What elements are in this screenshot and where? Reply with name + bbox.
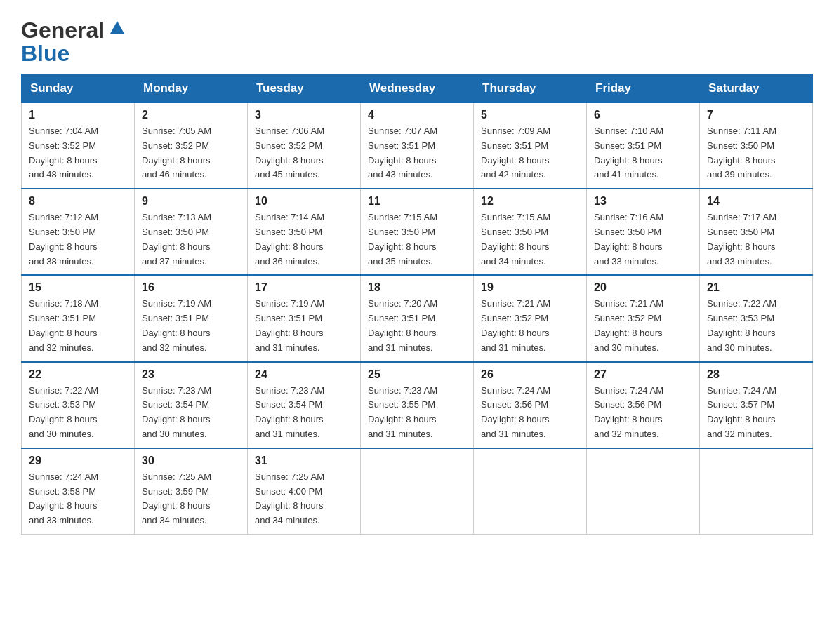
day-info: Sunrise: 7:21 AM Sunset: 3:52 PM Dayligh… — [481, 297, 579, 355]
page-header: General Blue — [21, 14, 813, 67]
calendar-day-cell: 1 Sunrise: 7:04 AM Sunset: 3:52 PM Dayli… — [22, 103, 135, 189]
day-info: Sunrise: 7:15 AM Sunset: 3:50 PM Dayligh… — [368, 210, 466, 269]
calendar-day-cell: 17 Sunrise: 7:19 AM Sunset: 3:51 PM Dayl… — [248, 275, 361, 361]
day-info: Sunrise: 7:09 AM Sunset: 3:51 PM Dayligh… — [481, 124, 579, 182]
day-of-week-header: Thursday — [474, 74, 587, 103]
day-info: Sunrise: 7:15 AM Sunset: 3:50 PM Dayligh… — [481, 210, 579, 269]
day-number: 21 — [707, 281, 805, 294]
day-info: Sunrise: 7:14 AM Sunset: 3:50 PM Dayligh… — [255, 210, 353, 269]
day-number: 27 — [594, 368, 692, 381]
day-number: 9 — [142, 195, 240, 208]
calendar-day-cell: 7 Sunrise: 7:11 AM Sunset: 3:50 PM Dayli… — [700, 103, 813, 189]
day-info: Sunrise: 7:12 AM Sunset: 3:50 PM Dayligh… — [29, 210, 127, 269]
calendar-day-cell: 15 Sunrise: 7:18 AM Sunset: 3:51 PM Dayl… — [22, 275, 135, 361]
calendar-day-cell: 27 Sunrise: 7:24 AM Sunset: 3:56 PM Dayl… — [587, 362, 700, 448]
calendar-day-cell: 25 Sunrise: 7:23 AM Sunset: 3:55 PM Dayl… — [361, 362, 474, 448]
day-info: Sunrise: 7:22 AM Sunset: 3:53 PM Dayligh… — [29, 384, 127, 442]
day-number: 2 — [142, 109, 240, 121]
day-number: 3 — [255, 109, 353, 121]
calendar-week-row: 29 Sunrise: 7:24 AM Sunset: 3:58 PM Dayl… — [22, 448, 813, 535]
day-number: 12 — [481, 195, 579, 208]
calendar-day-cell — [700, 448, 813, 535]
day-number: 16 — [142, 281, 240, 294]
day-number: 30 — [142, 455, 240, 467]
calendar-header-row: SundayMondayTuesdayWednesdayThursdayFrid… — [22, 74, 813, 103]
day-info: Sunrise: 7:25 AM Sunset: 3:59 PM Dayligh… — [142, 470, 240, 528]
day-number: 4 — [368, 109, 466, 121]
day-info: Sunrise: 7:17 AM Sunset: 3:50 PM Dayligh… — [707, 210, 805, 269]
calendar-day-cell — [474, 448, 587, 535]
day-number: 5 — [481, 109, 579, 121]
day-info: Sunrise: 7:24 AM Sunset: 3:58 PM Dayligh… — [29, 470, 127, 528]
calendar-day-cell: 31 Sunrise: 7:25 AM Sunset: 4:00 PM Dayl… — [248, 448, 361, 535]
calendar-day-cell: 10 Sunrise: 7:14 AM Sunset: 3:50 PM Dayl… — [248, 189, 361, 275]
day-number: 15 — [29, 281, 127, 294]
day-info: Sunrise: 7:22 AM Sunset: 3:53 PM Dayligh… — [707, 297, 805, 355]
day-number: 17 — [255, 281, 353, 294]
calendar-day-cell: 5 Sunrise: 7:09 AM Sunset: 3:51 PM Dayli… — [474, 103, 587, 189]
day-info: Sunrise: 7:06 AM Sunset: 3:52 PM Dayligh… — [255, 124, 353, 182]
calendar-day-cell: 8 Sunrise: 7:12 AM Sunset: 3:50 PM Dayli… — [22, 189, 135, 275]
day-number: 25 — [368, 368, 466, 381]
calendar-day-cell: 4 Sunrise: 7:07 AM Sunset: 3:51 PM Dayli… — [361, 103, 474, 189]
day-number: 19 — [481, 281, 579, 294]
day-number: 26 — [481, 368, 579, 381]
day-number: 31 — [255, 455, 353, 467]
calendar-day-cell: 2 Sunrise: 7:05 AM Sunset: 3:52 PM Dayli… — [135, 103, 248, 189]
day-number: 24 — [255, 368, 353, 381]
day-info: Sunrise: 7:23 AM Sunset: 3:54 PM Dayligh… — [255, 384, 353, 442]
calendar-day-cell: 30 Sunrise: 7:25 AM Sunset: 3:59 PM Dayl… — [135, 448, 248, 535]
day-number: 28 — [707, 368, 805, 381]
calendar-day-cell: 9 Sunrise: 7:13 AM Sunset: 3:50 PM Dayli… — [135, 189, 248, 275]
day-info: Sunrise: 7:11 AM Sunset: 3:50 PM Dayligh… — [707, 124, 805, 182]
calendar-week-row: 8 Sunrise: 7:12 AM Sunset: 3:50 PM Dayli… — [22, 189, 813, 275]
calendar-week-row: 22 Sunrise: 7:22 AM Sunset: 3:53 PM Dayl… — [22, 362, 813, 448]
day-number: 29 — [29, 455, 127, 467]
calendar-day-cell: 6 Sunrise: 7:10 AM Sunset: 3:51 PM Dayli… — [587, 103, 700, 189]
day-info: Sunrise: 7:18 AM Sunset: 3:51 PM Dayligh… — [29, 297, 127, 355]
calendar-day-cell: 3 Sunrise: 7:06 AM Sunset: 3:52 PM Dayli… — [248, 103, 361, 189]
calendar-day-cell — [587, 448, 700, 535]
day-info: Sunrise: 7:16 AM Sunset: 3:50 PM Dayligh… — [594, 210, 692, 269]
day-number: 6 — [594, 109, 692, 121]
day-info: Sunrise: 7:25 AM Sunset: 4:00 PM Dayligh… — [255, 470, 353, 528]
day-number: 8 — [29, 195, 127, 208]
day-number: 13 — [594, 195, 692, 208]
day-info: Sunrise: 7:24 AM Sunset: 3:56 PM Dayligh… — [481, 384, 579, 442]
day-info: Sunrise: 7:04 AM Sunset: 3:52 PM Dayligh… — [29, 124, 127, 182]
calendar-day-cell: 16 Sunrise: 7:19 AM Sunset: 3:51 PM Dayl… — [135, 275, 248, 361]
day-number: 14 — [707, 195, 805, 208]
day-info: Sunrise: 7:13 AM Sunset: 3:50 PM Dayligh… — [142, 210, 240, 269]
day-number: 11 — [368, 195, 466, 208]
day-of-week-header: Saturday — [700, 74, 813, 103]
day-info: Sunrise: 7:23 AM Sunset: 3:54 PM Dayligh… — [142, 384, 240, 442]
calendar-day-cell: 18 Sunrise: 7:20 AM Sunset: 3:51 PM Dayl… — [361, 275, 474, 361]
calendar-day-cell: 23 Sunrise: 7:23 AM Sunset: 3:54 PM Dayl… — [135, 362, 248, 448]
calendar-day-cell: 22 Sunrise: 7:22 AM Sunset: 3:53 PM Dayl… — [22, 362, 135, 448]
logo: General Blue — [21, 18, 124, 67]
day-of-week-header: Friday — [587, 74, 700, 103]
calendar-day-cell: 11 Sunrise: 7:15 AM Sunset: 3:50 PM Dayl… — [361, 189, 474, 275]
day-number: 23 — [142, 368, 240, 381]
day-number: 22 — [29, 368, 127, 381]
day-number: 18 — [368, 281, 466, 294]
day-number: 10 — [255, 195, 353, 208]
day-info: Sunrise: 7:24 AM Sunset: 3:56 PM Dayligh… — [594, 384, 692, 442]
calendar-week-row: 1 Sunrise: 7:04 AM Sunset: 3:52 PM Dayli… — [22, 103, 813, 189]
day-info: Sunrise: 7:24 AM Sunset: 3:57 PM Dayligh… — [707, 384, 805, 442]
calendar-day-cell: 26 Sunrise: 7:24 AM Sunset: 3:56 PM Dayl… — [474, 362, 587, 448]
day-of-week-header: Tuesday — [248, 74, 361, 103]
day-info: Sunrise: 7:20 AM Sunset: 3:51 PM Dayligh… — [368, 297, 466, 355]
day-of-week-header: Sunday — [22, 74, 135, 103]
day-info: Sunrise: 7:05 AM Sunset: 3:52 PM Dayligh… — [142, 124, 240, 182]
day-of-week-header: Wednesday — [361, 74, 474, 103]
calendar-day-cell — [361, 448, 474, 535]
day-number: 1 — [29, 109, 127, 121]
day-info: Sunrise: 7:10 AM Sunset: 3:51 PM Dayligh… — [594, 124, 692, 182]
day-info: Sunrise: 7:19 AM Sunset: 3:51 PM Dayligh… — [255, 297, 353, 355]
calendar-day-cell: 13 Sunrise: 7:16 AM Sunset: 3:50 PM Dayl… — [587, 189, 700, 275]
day-info: Sunrise: 7:07 AM Sunset: 3:51 PM Dayligh… — [368, 124, 466, 182]
day-info: Sunrise: 7:19 AM Sunset: 3:51 PM Dayligh… — [142, 297, 240, 355]
calendar-day-cell: 14 Sunrise: 7:17 AM Sunset: 3:50 PM Dayl… — [700, 189, 813, 275]
calendar-table: SundayMondayTuesdayWednesdayThursdayFrid… — [21, 74, 813, 535]
